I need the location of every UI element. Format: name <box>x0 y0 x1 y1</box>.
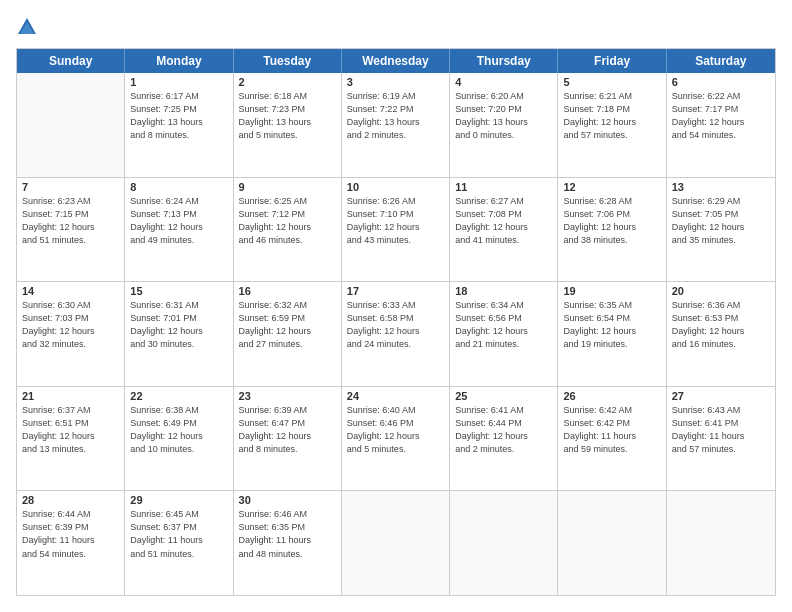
calendar-body: 1Sunrise: 6:17 AM Sunset: 7:25 PM Daylig… <box>17 73 775 595</box>
calendar-cell: 9Sunrise: 6:25 AM Sunset: 7:12 PM Daylig… <box>234 178 342 282</box>
calendar-cell: 14Sunrise: 6:30 AM Sunset: 7:03 PM Dayli… <box>17 282 125 386</box>
day-number: 8 <box>130 181 227 193</box>
header <box>16 16 776 38</box>
calendar: SundayMondayTuesdayWednesdayThursdayFrid… <box>16 48 776 596</box>
calendar-header-cell: Friday <box>558 49 666 73</box>
day-number: 5 <box>563 76 660 88</box>
calendar-header-cell: Saturday <box>667 49 775 73</box>
day-info: Sunrise: 6:28 AM Sunset: 7:06 PM Dayligh… <box>563 195 660 247</box>
day-number: 16 <box>239 285 336 297</box>
day-info: Sunrise: 6:26 AM Sunset: 7:10 PM Dayligh… <box>347 195 444 247</box>
calendar-cell: 1Sunrise: 6:17 AM Sunset: 7:25 PM Daylig… <box>125 73 233 177</box>
day-number: 29 <box>130 494 227 506</box>
day-number: 2 <box>239 76 336 88</box>
calendar-cell: 21Sunrise: 6:37 AM Sunset: 6:51 PM Dayli… <box>17 387 125 491</box>
day-number: 21 <box>22 390 119 402</box>
calendar-cell <box>342 491 450 595</box>
day-info: Sunrise: 6:20 AM Sunset: 7:20 PM Dayligh… <box>455 90 552 142</box>
calendar-week: 28Sunrise: 6:44 AM Sunset: 6:39 PM Dayli… <box>17 491 775 595</box>
day-info: Sunrise: 6:35 AM Sunset: 6:54 PM Dayligh… <box>563 299 660 351</box>
calendar-cell: 13Sunrise: 6:29 AM Sunset: 7:05 PM Dayli… <box>667 178 775 282</box>
calendar-week: 14Sunrise: 6:30 AM Sunset: 7:03 PM Dayli… <box>17 282 775 387</box>
day-info: Sunrise: 6:23 AM Sunset: 7:15 PM Dayligh… <box>22 195 119 247</box>
calendar-cell: 25Sunrise: 6:41 AM Sunset: 6:44 PM Dayli… <box>450 387 558 491</box>
calendar-cell: 27Sunrise: 6:43 AM Sunset: 6:41 PM Dayli… <box>667 387 775 491</box>
calendar-header: SundayMondayTuesdayWednesdayThursdayFrid… <box>17 49 775 73</box>
day-info: Sunrise: 6:18 AM Sunset: 7:23 PM Dayligh… <box>239 90 336 142</box>
day-number: 28 <box>22 494 119 506</box>
calendar-week: 7Sunrise: 6:23 AM Sunset: 7:15 PM Daylig… <box>17 178 775 283</box>
calendar-cell <box>558 491 666 595</box>
day-info: Sunrise: 6:32 AM Sunset: 6:59 PM Dayligh… <box>239 299 336 351</box>
day-info: Sunrise: 6:22 AM Sunset: 7:17 PM Dayligh… <box>672 90 770 142</box>
calendar-cell: 10Sunrise: 6:26 AM Sunset: 7:10 PM Dayli… <box>342 178 450 282</box>
day-info: Sunrise: 6:34 AM Sunset: 6:56 PM Dayligh… <box>455 299 552 351</box>
day-number: 20 <box>672 285 770 297</box>
day-number: 12 <box>563 181 660 193</box>
calendar-header-cell: Monday <box>125 49 233 73</box>
calendar-cell: 29Sunrise: 6:45 AM Sunset: 6:37 PM Dayli… <box>125 491 233 595</box>
day-info: Sunrise: 6:38 AM Sunset: 6:49 PM Dayligh… <box>130 404 227 456</box>
calendar-cell: 8Sunrise: 6:24 AM Sunset: 7:13 PM Daylig… <box>125 178 233 282</box>
calendar-cell: 30Sunrise: 6:46 AM Sunset: 6:35 PM Dayli… <box>234 491 342 595</box>
day-number: 26 <box>563 390 660 402</box>
page: SundayMondayTuesdayWednesdayThursdayFrid… <box>0 0 792 612</box>
calendar-week: 1Sunrise: 6:17 AM Sunset: 7:25 PM Daylig… <box>17 73 775 178</box>
day-info: Sunrise: 6:21 AM Sunset: 7:18 PM Dayligh… <box>563 90 660 142</box>
day-info: Sunrise: 6:40 AM Sunset: 6:46 PM Dayligh… <box>347 404 444 456</box>
day-number: 6 <box>672 76 770 88</box>
calendar-header-cell: Thursday <box>450 49 558 73</box>
day-info: Sunrise: 6:27 AM Sunset: 7:08 PM Dayligh… <box>455 195 552 247</box>
day-number: 7 <box>22 181 119 193</box>
calendar-cell: 12Sunrise: 6:28 AM Sunset: 7:06 PM Dayli… <box>558 178 666 282</box>
day-info: Sunrise: 6:37 AM Sunset: 6:51 PM Dayligh… <box>22 404 119 456</box>
day-number: 13 <box>672 181 770 193</box>
logo <box>16 16 42 38</box>
calendar-cell: 15Sunrise: 6:31 AM Sunset: 7:01 PM Dayli… <box>125 282 233 386</box>
calendar-header-cell: Tuesday <box>234 49 342 73</box>
day-info: Sunrise: 6:19 AM Sunset: 7:22 PM Dayligh… <box>347 90 444 142</box>
calendar-cell: 18Sunrise: 6:34 AM Sunset: 6:56 PM Dayli… <box>450 282 558 386</box>
day-number: 1 <box>130 76 227 88</box>
calendar-cell: 24Sunrise: 6:40 AM Sunset: 6:46 PM Dayli… <box>342 387 450 491</box>
day-info: Sunrise: 6:42 AM Sunset: 6:42 PM Dayligh… <box>563 404 660 456</box>
day-info: Sunrise: 6:24 AM Sunset: 7:13 PM Dayligh… <box>130 195 227 247</box>
day-number: 24 <box>347 390 444 402</box>
day-number: 17 <box>347 285 444 297</box>
calendar-cell: 17Sunrise: 6:33 AM Sunset: 6:58 PM Dayli… <box>342 282 450 386</box>
day-number: 22 <box>130 390 227 402</box>
day-info: Sunrise: 6:44 AM Sunset: 6:39 PM Dayligh… <box>22 508 119 560</box>
calendar-cell: 4Sunrise: 6:20 AM Sunset: 7:20 PM Daylig… <box>450 73 558 177</box>
calendar-cell: 20Sunrise: 6:36 AM Sunset: 6:53 PM Dayli… <box>667 282 775 386</box>
day-info: Sunrise: 6:31 AM Sunset: 7:01 PM Dayligh… <box>130 299 227 351</box>
calendar-cell <box>667 491 775 595</box>
calendar-week: 21Sunrise: 6:37 AM Sunset: 6:51 PM Dayli… <box>17 387 775 492</box>
calendar-cell: 11Sunrise: 6:27 AM Sunset: 7:08 PM Dayli… <box>450 178 558 282</box>
day-info: Sunrise: 6:45 AM Sunset: 6:37 PM Dayligh… <box>130 508 227 560</box>
day-info: Sunrise: 6:29 AM Sunset: 7:05 PM Dayligh… <box>672 195 770 247</box>
day-info: Sunrise: 6:25 AM Sunset: 7:12 PM Dayligh… <box>239 195 336 247</box>
day-info: Sunrise: 6:41 AM Sunset: 6:44 PM Dayligh… <box>455 404 552 456</box>
calendar-cell: 3Sunrise: 6:19 AM Sunset: 7:22 PM Daylig… <box>342 73 450 177</box>
day-info: Sunrise: 6:17 AM Sunset: 7:25 PM Dayligh… <box>130 90 227 142</box>
day-number: 14 <box>22 285 119 297</box>
day-number: 18 <box>455 285 552 297</box>
calendar-cell: 6Sunrise: 6:22 AM Sunset: 7:17 PM Daylig… <box>667 73 775 177</box>
calendar-cell <box>17 73 125 177</box>
day-info: Sunrise: 6:43 AM Sunset: 6:41 PM Dayligh… <box>672 404 770 456</box>
day-number: 25 <box>455 390 552 402</box>
day-number: 19 <box>563 285 660 297</box>
day-number: 3 <box>347 76 444 88</box>
calendar-cell: 22Sunrise: 6:38 AM Sunset: 6:49 PM Dayli… <box>125 387 233 491</box>
day-number: 9 <box>239 181 336 193</box>
day-info: Sunrise: 6:46 AM Sunset: 6:35 PM Dayligh… <box>239 508 336 560</box>
day-info: Sunrise: 6:33 AM Sunset: 6:58 PM Dayligh… <box>347 299 444 351</box>
calendar-cell <box>450 491 558 595</box>
day-number: 23 <box>239 390 336 402</box>
day-info: Sunrise: 6:39 AM Sunset: 6:47 PM Dayligh… <box>239 404 336 456</box>
day-number: 30 <box>239 494 336 506</box>
calendar-header-cell: Sunday <box>17 49 125 73</box>
calendar-cell: 28Sunrise: 6:44 AM Sunset: 6:39 PM Dayli… <box>17 491 125 595</box>
day-number: 4 <box>455 76 552 88</box>
day-number: 27 <box>672 390 770 402</box>
